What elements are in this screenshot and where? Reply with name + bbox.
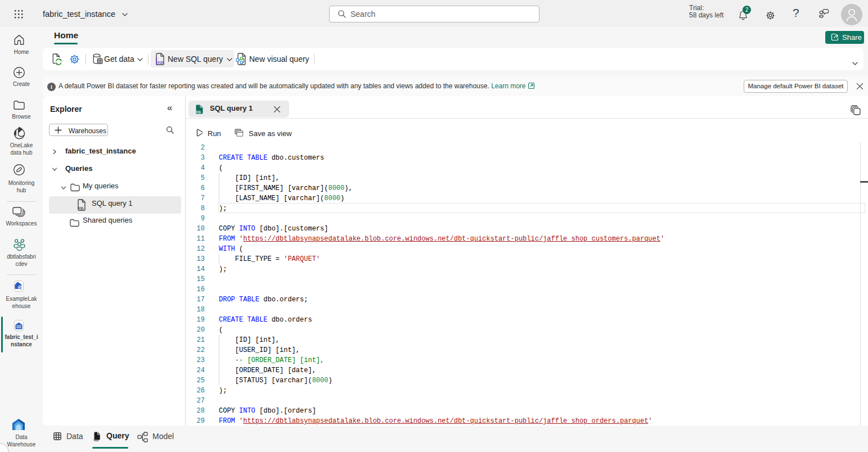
svg-text:SQL: SQL — [158, 60, 165, 64]
svg-text:SQL: SQL — [78, 206, 84, 210]
svg-text:SQL: SQL — [196, 111, 202, 114]
